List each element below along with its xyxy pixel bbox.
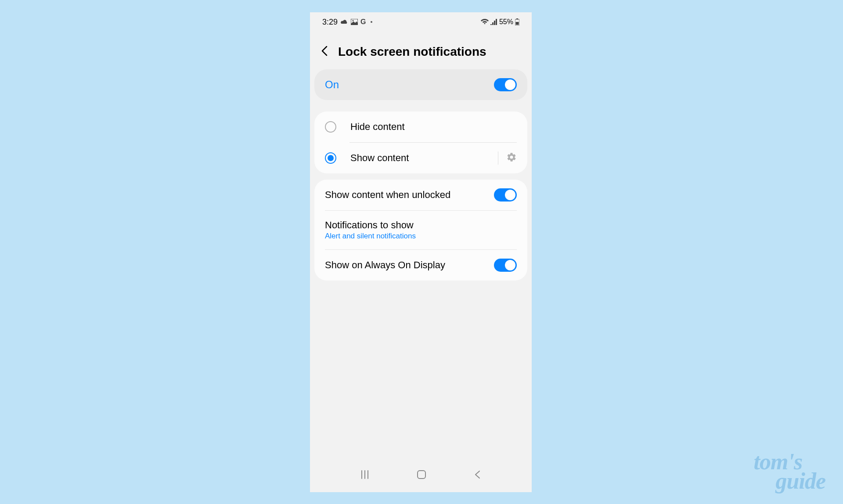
- show-content-settings-button[interactable]: [506, 152, 517, 164]
- show-content-row[interactable]: Show content: [314, 143, 527, 173]
- wifi-icon: [481, 19, 489, 25]
- hide-content-row[interactable]: Hide content: [314, 112, 527, 142]
- show-when-unlocked-row[interactable]: Show content when unlocked: [314, 180, 527, 210]
- dot-icon: [371, 21, 372, 23]
- always-on-display-row[interactable]: Show on Always On Display: [314, 250, 527, 281]
- notifications-to-show-value: Alert and silent notifications: [325, 232, 517, 241]
- back-icon: [474, 470, 482, 479]
- signal-icon: [490, 19, 497, 25]
- svg-rect-4: [516, 22, 519, 25]
- show-when-unlocked-toggle[interactable]: [494, 188, 517, 202]
- notifications-to-show-row[interactable]: Notifications to show Alert and silent n…: [314, 211, 527, 249]
- hide-content-radio[interactable]: [325, 121, 336, 133]
- cloud-icon: [340, 19, 348, 25]
- show-content-radio[interactable]: [325, 152, 336, 164]
- nav-bar: [310, 461, 532, 492]
- page-title: Lock screen notifications: [338, 45, 486, 59]
- show-when-unlocked-label: Show content when unlocked: [325, 189, 494, 201]
- gear-icon: [506, 152, 517, 162]
- phone-screen: 3:29 G 55% Lock scre: [310, 12, 532, 492]
- show-content-label: Show content: [350, 152, 498, 164]
- google-icon: G: [360, 18, 366, 26]
- hide-content-label: Hide content: [350, 121, 517, 133]
- master-toggle-row[interactable]: On: [314, 69, 527, 100]
- recents-icon: [360, 470, 370, 479]
- master-toggle-switch[interactable]: [494, 78, 517, 91]
- battery-percentage: 55%: [499, 18, 513, 26]
- nav-home-button[interactable]: [417, 470, 426, 479]
- svg-point-1: [353, 20, 354, 22]
- nav-recents-button[interactable]: [360, 470, 370, 479]
- always-on-display-label: Show on Always On Display: [325, 259, 494, 271]
- content-options-card: Hide content Show content: [314, 112, 527, 173]
- back-button[interactable]: [321, 45, 329, 59]
- home-icon: [417, 470, 426, 479]
- master-toggle-label: On: [325, 79, 494, 91]
- master-toggle-card: On: [314, 69, 527, 100]
- settings-card: Show content when unlocked Notifications…: [314, 180, 527, 281]
- always-on-display-toggle[interactable]: [494, 259, 517, 272]
- nav-back-button[interactable]: [474, 470, 482, 479]
- battery-icon: [515, 18, 519, 25]
- status-time: 3:29: [322, 18, 338, 27]
- header: Lock screen notifications: [310, 32, 532, 69]
- image-icon: [351, 19, 358, 25]
- status-bar: 3:29 G 55%: [310, 12, 532, 32]
- notifications-to-show-label: Notifications to show: [325, 220, 517, 231]
- watermark-line2: guide: [776, 472, 825, 491]
- svg-rect-5: [418, 471, 425, 479]
- watermark-logo: tom's guide: [754, 452, 825, 491]
